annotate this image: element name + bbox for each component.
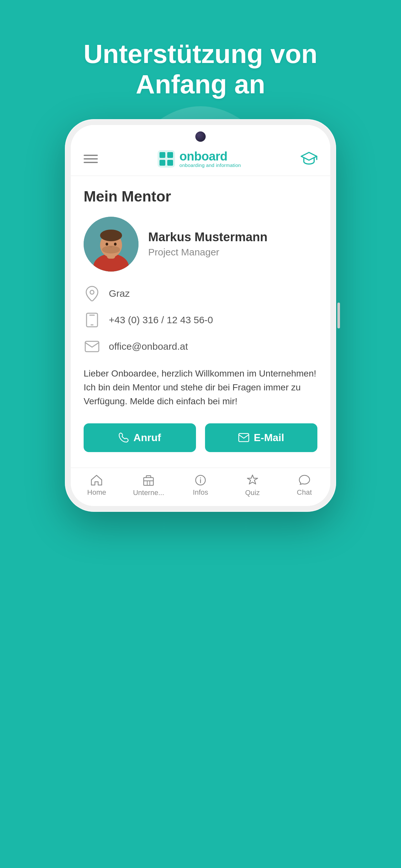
phone-text: +43 (0) 316 / 12 43 56-0 [109, 314, 213, 326]
app-header: onboard onboarding and information [71, 145, 330, 176]
contact-list: Graz +43 (0) 316 / 12 43 56-0 [84, 285, 317, 355]
company-icon [143, 474, 154, 486]
svg-point-21 [200, 477, 201, 478]
scroll-indicator [337, 303, 340, 329]
quiz-icon [247, 474, 258, 486]
nav-home-label: Home [87, 488, 106, 497]
phone-wrapper: onboard onboarding and information Mein [62, 119, 339, 868]
mentor-role: Project Manager [148, 247, 268, 258]
call-button[interactable]: Anruf [84, 423, 196, 452]
email-text: office@onboard.at [109, 341, 188, 352]
home-icon [91, 475, 102, 486]
nav-company[interactable]: Unterne... [123, 468, 175, 506]
contact-phone: +43 (0) 316 / 12 43 56-0 [84, 312, 317, 329]
infos-icon [195, 475, 206, 486]
hat-icon[interactable] [301, 151, 317, 166]
email-button[interactable]: E-Mail [205, 423, 317, 452]
nav-chat[interactable]: Chat [278, 468, 330, 506]
svg-rect-1 [159, 152, 165, 158]
nav-home[interactable]: Home [71, 468, 123, 506]
mentor-name: Markus Mustermann [148, 230, 268, 244]
phone-notch [71, 125, 330, 145]
svg-point-11 [100, 229, 122, 241]
call-button-icon [119, 432, 129, 443]
nav-quiz[interactable]: Quiz [226, 468, 278, 506]
mentor-info: Markus Mustermann Project Manager [148, 230, 268, 258]
logo-icon [158, 150, 175, 167]
phone-screen: onboard onboarding and information Mein [71, 125, 330, 506]
front-camera [195, 131, 206, 142]
hamburger-menu[interactable] [84, 155, 98, 163]
svg-point-15 [90, 290, 94, 294]
mentor-message: Lieber Onboardee, herzlich Willkommen im… [84, 367, 317, 408]
hero-title: Unterstützung von Anfang an [58, 39, 343, 100]
hero-section: Unterstützung von Anfang an [0, 0, 401, 119]
contact-email: office@onboard.at [84, 338, 317, 355]
svg-rect-3 [159, 160, 165, 166]
svg-rect-4 [167, 160, 173, 166]
call-button-label: Anruf [133, 432, 161, 444]
action-buttons: Anruf E-Mail [84, 423, 317, 452]
mentor-profile: Markus Mustermann Project Manager [84, 217, 317, 272]
chat-icon [299, 475, 310, 486]
svg-rect-2 [167, 152, 173, 158]
logo-sub-text: onboarding and information [180, 162, 241, 168]
app-content: Mein Mentor [71, 176, 330, 468]
nav-infos[interactable]: Infos [175, 468, 227, 506]
nav-company-label: Unterne... [133, 489, 164, 497]
mentor-avatar [84, 217, 138, 272]
bottom-nav: Home Unterne... [71, 468, 330, 506]
logo-main-text: onboard [180, 150, 241, 162]
location-icon [84, 285, 100, 302]
location-text: Graz [109, 288, 130, 299]
logo-text: onboard onboarding and information [180, 150, 241, 168]
page-title: Mein Mentor [84, 188, 317, 205]
svg-point-13 [105, 243, 108, 245]
email-button-icon [238, 433, 249, 442]
contact-location: Graz [84, 285, 317, 302]
svg-rect-16 [85, 341, 99, 352]
email-button-label: E-Mail [254, 432, 284, 444]
nav-quiz-label: Quiz [245, 489, 259, 497]
nav-infos-label: Infos [193, 488, 208, 497]
nav-chat-label: Chat [297, 488, 312, 497]
svg-point-14 [114, 243, 117, 245]
phone-icon [84, 312, 100, 329]
app-logo: onboard onboarding and information [158, 150, 241, 168]
svg-rect-17 [239, 434, 249, 442]
phone-frame: onboard onboarding and information Mein [65, 119, 336, 512]
svg-rect-19 [147, 481, 150, 485]
email-icon [84, 338, 100, 355]
svg-rect-18 [144, 477, 153, 485]
